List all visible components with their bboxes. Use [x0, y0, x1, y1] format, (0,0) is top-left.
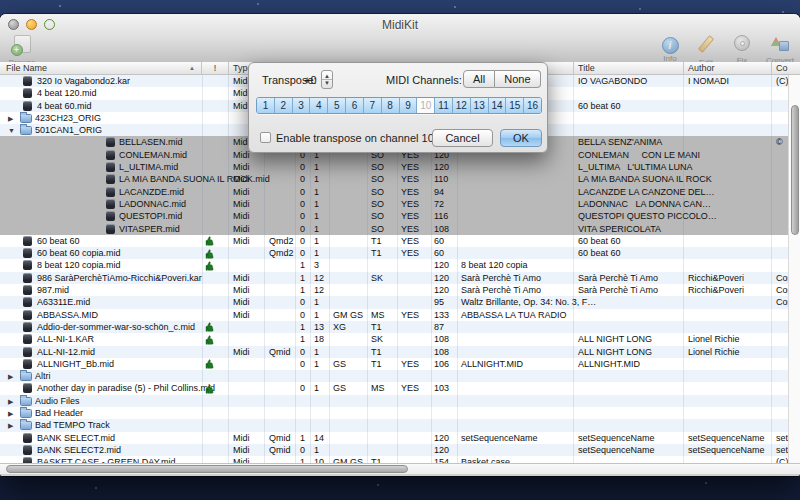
column-header-title[interactable]: Title [578, 63, 595, 74]
table-row[interactable]: BANK SELECT.midMidiQmid114120setSequence… [0, 432, 800, 444]
none-button[interactable]: None [495, 70, 540, 88]
cell-tempo: 120 [434, 285, 449, 295]
table-row[interactable]: ALL-NI-12.midMidiQmid01T1108ALL NIGHT LO… [0, 346, 800, 358]
table-row[interactable]: Another day in paradise (5) - Phil Colli… [0, 382, 800, 394]
disclosure-collapsed-icon[interactable]: ▶ [8, 114, 13, 124]
column-header-copyright[interactable]: Co [776, 63, 788, 74]
midi-file-icon [106, 174, 115, 184]
cell-q: Qmid [269, 347, 291, 357]
horizontal-scrollbar-thumb[interactable] [6, 465, 408, 473]
channel-16-button[interactable]: 16 [524, 98, 541, 113]
channel-13-button[interactable]: 13 [471, 98, 489, 113]
folder-row[interactable]: ▶Altri [0, 370, 800, 382]
channel-2-button[interactable]: 2 [275, 98, 293, 113]
vertical-scrollbar-thumb[interactable] [791, 105, 799, 235]
channel-9-button[interactable]: 9 [400, 98, 418, 113]
column-header-flag[interactable]: ! [202, 63, 228, 74]
file-name: ABBASSA.MID [37, 310, 98, 320]
file-name: 423CH23_ORIG [35, 113, 101, 123]
channel-3-button[interactable]: 3 [293, 98, 311, 113]
all-button[interactable]: All [463, 70, 495, 88]
convert-icon [771, 35, 789, 51]
disclosure-collapsed-icon[interactable]: ▶ [8, 372, 13, 382]
cell-dev: T1 [371, 359, 382, 369]
channel-5-button[interactable]: 5 [328, 98, 346, 113]
channel-12-button[interactable]: 12 [453, 98, 471, 113]
table-row[interactable]: BANK SELECT2.midMidiQmid01120setSequence… [0, 444, 800, 456]
cell-title: LA MIA BANDA SUONA IL ROCK [578, 174, 712, 184]
ok-button[interactable]: OK [500, 129, 542, 147]
table-row[interactable]: LACANZDE.midMidi01SOYES94LACANZDE LA CAN… [0, 186, 800, 198]
channel-11-button[interactable]: 11 [435, 98, 453, 113]
table-row[interactable]: LA MIA BANDA SUONA IL ROCK.midMidi01SOYE… [0, 173, 800, 185]
midi-file-icon [23, 322, 32, 332]
cell-yes: YES [401, 236, 419, 246]
channel-1-button[interactable]: 1 [257, 98, 275, 113]
cancel-button[interactable]: Cancel [432, 129, 493, 147]
enable-transpose-checkbox[interactable] [260, 132, 271, 143]
cell-dev: T1 [371, 236, 382, 246]
disclosure-collapsed-icon[interactable]: ▶ [8, 397, 13, 407]
cell-type: Midi [233, 187, 250, 197]
table-row[interactable]: 987.midMidi112120Sarà Perchè Ti AmoSarà … [0, 284, 800, 296]
channel-8-button[interactable]: 8 [382, 98, 400, 113]
cell-tempo: 72 [434, 199, 444, 209]
transpose-stepper[interactable]: ▲▼ [321, 70, 333, 89]
convert-button[interactable]: Convert [762, 35, 798, 65]
horizontal-scrollbar[interactable] [0, 463, 800, 474]
disc-icon [734, 35, 750, 51]
fix-button[interactable]: Fix [724, 35, 760, 65]
cell-n2: 1 [314, 347, 319, 357]
folder-icon [20, 397, 32, 406]
file-name: BANK SELECT2.mid [37, 445, 121, 455]
table-row[interactable]: LADONNAC.midMidi01SOYES72LADONNAC LA DON… [0, 198, 800, 210]
column-header-author[interactable]: Author [688, 63, 715, 74]
file-name: 60 beat 60 [37, 236, 80, 246]
transpose-channels-dialog: Transpose: +0 ▲▼ MIDI Channels: All None… [248, 62, 548, 153]
table-row[interactable]: QUESTOPI.midMidi01SOYES116QUESTOPI QUEST… [0, 210, 800, 222]
channel-7-button[interactable]: 7 [364, 98, 382, 113]
channel-4-button[interactable]: 4 [310, 98, 328, 113]
cell-n1: 1 [300, 285, 305, 295]
file-name: 501CAN1_ORIG [35, 125, 102, 135]
cell-n2: 1 [314, 445, 319, 455]
table-row[interactable]: L_ULTIMA.midMidi01SOYES120L_ULTIMA L'ULT… [0, 161, 800, 173]
folder-row[interactable]: ▶Bad Header [0, 407, 800, 419]
cell-tempo: 120 [434, 260, 449, 270]
table-row[interactable]: BASKET CASE - GREEN DAY.midMidi110GM GST… [0, 456, 800, 463]
midi-file-icon [106, 199, 115, 209]
cell-type: Midi [233, 445, 250, 455]
table-row[interactable]: ABBASSA.MIDMidi01GM GSMSYES133ABBASSA LA… [0, 309, 800, 321]
cell-title: setSequenceName [578, 445, 655, 455]
channel-15-button[interactable]: 15 [506, 98, 524, 113]
table-row[interactable]: Addio-der-sommer-war-so-schön_c.mid113XG… [0, 321, 800, 333]
cell-n2: 14 [314, 433, 324, 443]
table-row[interactable]: VITASPER.midMidi01SOYES108VITA SPERICOLA… [0, 223, 800, 235]
column-header-file-name[interactable]: File Name [6, 63, 47, 74]
channel-10-button[interactable]: 10 [417, 98, 435, 113]
vertical-scrollbar[interactable] [788, 75, 800, 463]
table-row[interactable]: 60 beat 60 copia.midQmd201T1YES6060 beat… [0, 247, 800, 259]
folder-row[interactable]: ▶Audio Files [0, 395, 800, 407]
table-row[interactable]: ALL-NI-1.KAR118SK108ALL NIGHT LONGLionel… [0, 333, 800, 345]
disclosure-collapsed-icon[interactable]: ▶ [8, 409, 13, 419]
cell-tempo: 110 [434, 174, 448, 184]
info-button[interactable]: i Info [652, 35, 688, 63]
cell-author: setSequenceName [688, 445, 765, 455]
table-row[interactable]: ALLNIGHT_Bb.mid01GST1YES106ALLNIGHT.MIDA… [0, 358, 800, 370]
header-separator [201, 62, 202, 75]
table-row[interactable]: A63311E.midMidi0195Waltz Brillante, Op. … [0, 296, 800, 308]
table-row[interactable]: 8 beat 120 copia.mid131208 beat 120 copi… [0, 259, 800, 271]
channel-6-button[interactable]: 6 [346, 98, 364, 113]
file-name: Bad TEMPO Track [35, 420, 110, 430]
disclosure-expanded-icon[interactable]: ▼ [8, 126, 15, 136]
cell-dev: T1 [371, 248, 382, 258]
cell-title: 60 beat 60 [578, 236, 621, 246]
cell-dev: SO [371, 174, 384, 184]
folder-row[interactable]: ▶Bad TEMPO Track [0, 419, 800, 431]
channel-14-button[interactable]: 14 [489, 98, 507, 113]
table-row[interactable]: 986 SaràPerchèTiAmo-Ricchi&Poveri.karMid… [0, 272, 800, 284]
table-row[interactable]: 60 beat 60MidiQmd201T1YES6060 beat 60 [0, 235, 800, 247]
disclosure-collapsed-icon[interactable]: ▶ [8, 421, 13, 431]
cell-n2: 1 [314, 297, 319, 307]
